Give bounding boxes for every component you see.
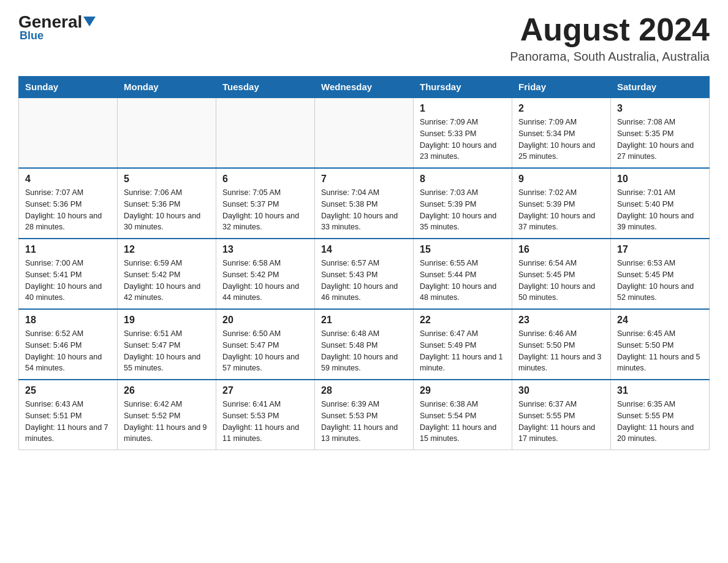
calendar-cell: 6Sunrise: 7:05 AMSunset: 5:37 PMDaylight… [216, 168, 315, 239]
day-info: Sunrise: 6:54 AMSunset: 5:45 PMDaylight:… [518, 258, 604, 304]
day-number: 24 [617, 315, 703, 326]
header-sunday: Sunday [19, 77, 118, 98]
day-info: Sunrise: 7:04 AMSunset: 5:38 PMDaylight:… [321, 187, 407, 233]
day-info: Sunrise: 6:35 AMSunset: 5:55 PMDaylight:… [617, 399, 703, 445]
week-row-1: 4Sunrise: 7:07 AMSunset: 5:36 PMDaylight… [19, 168, 710, 239]
day-number: 13 [222, 244, 308, 255]
day-info: Sunrise: 7:00 AMSunset: 5:41 PMDaylight:… [25, 258, 111, 304]
calendar-table: SundayMondayTuesdayWednesdayThursdayFrid… [18, 76, 710, 450]
calendar-cell: 26Sunrise: 6:42 AMSunset: 5:52 PMDayligh… [118, 380, 216, 450]
day-info: Sunrise: 6:58 AMSunset: 5:42 PMDaylight:… [222, 258, 308, 304]
day-number: 28 [321, 385, 407, 396]
day-info: Sunrise: 7:09 AMSunset: 5:34 PMDaylight:… [518, 117, 604, 163]
calendar-cell [118, 98, 216, 168]
calendar-cell: 9Sunrise: 7:02 AMSunset: 5:39 PMDaylight… [512, 168, 611, 239]
day-info: Sunrise: 6:55 AMSunset: 5:44 PMDaylight:… [420, 258, 506, 304]
calendar-cell: 20Sunrise: 6:50 AMSunset: 5:47 PMDayligh… [216, 309, 315, 380]
day-info: Sunrise: 6:43 AMSunset: 5:51 PMDaylight:… [25, 399, 111, 445]
day-info: Sunrise: 6:51 AMSunset: 5:47 PMDaylight:… [124, 328, 210, 374]
calendar-cell: 4Sunrise: 7:07 AMSunset: 5:36 PMDaylight… [19, 168, 118, 239]
day-number: 31 [617, 385, 703, 396]
calendar-cell: 28Sunrise: 6:39 AMSunset: 5:53 PMDayligh… [315, 380, 414, 450]
week-row-4: 25Sunrise: 6:43 AMSunset: 5:51 PMDayligh… [19, 380, 710, 450]
header-saturday: Saturday [611, 77, 710, 98]
day-number: 12 [124, 244, 210, 255]
day-info: Sunrise: 6:45 AMSunset: 5:50 PMDaylight:… [617, 328, 703, 374]
logo: General Blue [18, 12, 96, 42]
day-info: Sunrise: 7:02 AMSunset: 5:39 PMDaylight:… [518, 187, 604, 233]
day-info: Sunrise: 6:41 AMSunset: 5:53 PMDaylight:… [222, 399, 308, 445]
day-info: Sunrise: 6:42 AMSunset: 5:52 PMDaylight:… [124, 399, 210, 445]
week-row-3: 18Sunrise: 6:52 AMSunset: 5:46 PMDayligh… [19, 309, 710, 380]
logo-triangle-icon [83, 17, 96, 26]
day-number: 18 [25, 315, 111, 326]
calendar-cell [19, 98, 118, 168]
day-number: 26 [124, 385, 210, 396]
calendar-cell: 17Sunrise: 6:53 AMSunset: 5:45 PMDayligh… [611, 239, 710, 309]
header-tuesday: Tuesday [216, 77, 315, 98]
day-number: 17 [617, 244, 703, 255]
calendar-header-row: SundayMondayTuesdayWednesdayThursdayFrid… [19, 77, 710, 98]
day-number: 20 [222, 315, 308, 326]
day-number: 15 [420, 244, 506, 255]
day-number: 16 [518, 244, 604, 255]
day-info: Sunrise: 7:06 AMSunset: 5:36 PMDaylight:… [124, 187, 210, 233]
calendar-cell: 11Sunrise: 7:00 AMSunset: 5:41 PMDayligh… [19, 239, 118, 309]
calendar-cell: 27Sunrise: 6:41 AMSunset: 5:53 PMDayligh… [216, 380, 315, 450]
day-info: Sunrise: 6:46 AMSunset: 5:50 PMDaylight:… [518, 328, 604, 374]
day-number: 3 [617, 103, 703, 114]
title-section: August 2024 Panorama, South Australia, A… [510, 12, 710, 64]
day-number: 23 [518, 315, 604, 326]
day-info: Sunrise: 7:09 AMSunset: 5:33 PMDaylight:… [420, 117, 506, 163]
calendar-cell: 29Sunrise: 6:38 AMSunset: 5:54 PMDayligh… [414, 380, 512, 450]
day-number: 5 [124, 174, 210, 185]
calendar-cell: 18Sunrise: 6:52 AMSunset: 5:46 PMDayligh… [19, 309, 118, 380]
day-number: 9 [518, 174, 604, 185]
header-friday: Friday [512, 77, 611, 98]
day-number: 29 [420, 385, 506, 396]
calendar-cell: 15Sunrise: 6:55 AMSunset: 5:44 PMDayligh… [414, 239, 512, 309]
day-number: 14 [321, 244, 407, 255]
calendar-cell [315, 98, 414, 168]
header-wednesday: Wednesday [315, 77, 414, 98]
calendar-cell: 30Sunrise: 6:37 AMSunset: 5:55 PMDayligh… [512, 380, 611, 450]
calendar-cell: 23Sunrise: 6:46 AMSunset: 5:50 PMDayligh… [512, 309, 611, 380]
day-number: 11 [25, 244, 111, 255]
day-number: 8 [420, 174, 506, 185]
calendar-cell: 1Sunrise: 7:09 AMSunset: 5:33 PMDaylight… [414, 98, 512, 168]
day-number: 19 [124, 315, 210, 326]
day-info: Sunrise: 7:01 AMSunset: 5:40 PMDaylight:… [617, 187, 703, 233]
day-number: 27 [222, 385, 308, 396]
day-info: Sunrise: 7:08 AMSunset: 5:35 PMDaylight:… [617, 117, 703, 163]
calendar-cell: 24Sunrise: 6:45 AMSunset: 5:50 PMDayligh… [611, 309, 710, 380]
calendar-cell: 14Sunrise: 6:57 AMSunset: 5:43 PMDayligh… [315, 239, 414, 309]
day-info: Sunrise: 6:57 AMSunset: 5:43 PMDaylight:… [321, 258, 407, 304]
calendar-cell: 19Sunrise: 6:51 AMSunset: 5:47 PMDayligh… [118, 309, 216, 380]
calendar-cell: 22Sunrise: 6:47 AMSunset: 5:49 PMDayligh… [414, 309, 512, 380]
day-info: Sunrise: 7:07 AMSunset: 5:36 PMDaylight:… [25, 187, 111, 233]
calendar-cell: 8Sunrise: 7:03 AMSunset: 5:39 PMDaylight… [414, 168, 512, 239]
week-row-0: 1Sunrise: 7:09 AMSunset: 5:33 PMDaylight… [19, 98, 710, 168]
calendar-cell: 31Sunrise: 6:35 AMSunset: 5:55 PMDayligh… [611, 380, 710, 450]
day-number: 25 [25, 385, 111, 396]
day-info: Sunrise: 6:47 AMSunset: 5:49 PMDaylight:… [420, 328, 506, 374]
day-number: 2 [518, 103, 604, 114]
header-monday: Monday [118, 77, 216, 98]
day-number: 30 [518, 385, 604, 396]
calendar-cell: 2Sunrise: 7:09 AMSunset: 5:34 PMDaylight… [512, 98, 611, 168]
day-number: 1 [420, 103, 506, 114]
calendar-cell: 13Sunrise: 6:58 AMSunset: 5:42 PMDayligh… [216, 239, 315, 309]
calendar-cell: 25Sunrise: 6:43 AMSunset: 5:51 PMDayligh… [19, 380, 118, 450]
day-number: 22 [420, 315, 506, 326]
day-number: 6 [222, 174, 308, 185]
calendar-cell: 7Sunrise: 7:04 AMSunset: 5:38 PMDaylight… [315, 168, 414, 239]
day-info: Sunrise: 6:50 AMSunset: 5:47 PMDaylight:… [222, 328, 308, 374]
location: Panorama, South Australia, Australia [510, 50, 710, 64]
day-info: Sunrise: 7:03 AMSunset: 5:39 PMDaylight:… [420, 187, 506, 233]
calendar-cell: 10Sunrise: 7:01 AMSunset: 5:40 PMDayligh… [611, 168, 710, 239]
page-header: General Blue August 2024 Panorama, South… [18, 12, 710, 64]
day-number: 21 [321, 315, 407, 326]
day-number: 10 [617, 174, 703, 185]
logo-blue: Blue [20, 29, 44, 42]
day-info: Sunrise: 6:53 AMSunset: 5:45 PMDaylight:… [617, 258, 703, 304]
